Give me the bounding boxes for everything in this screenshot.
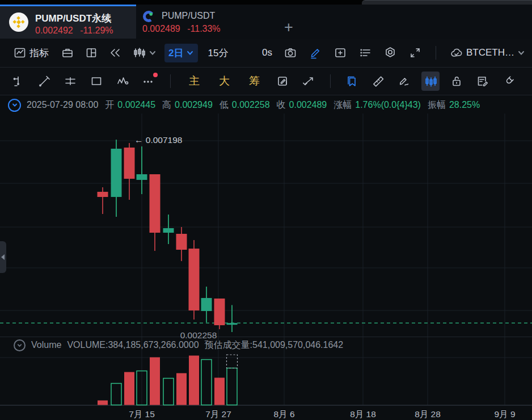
candle-style-button[interactable] bbox=[130, 43, 159, 62]
volume-estimate-value: 预估成交量:541,009,570,046.1642 bbox=[205, 339, 344, 351]
clipped-tool-button[interactable] bbox=[526, 72, 532, 91]
clipped-tool-icon bbox=[528, 74, 532, 88]
countdown-timer: 0s bbox=[260, 44, 275, 61]
svg-text:8月 6: 8月 6 bbox=[273, 409, 294, 419]
add-tab-button[interactable]: + bbox=[280, 19, 297, 36]
main-toolbar: 指标 2日 15分 0s BTCETH… bbox=[0, 39, 532, 68]
fullscreen-button[interactable] bbox=[406, 43, 424, 62]
wave-pattern-tool-button[interactable] bbox=[113, 72, 132, 91]
change-label: 涨幅 bbox=[333, 99, 352, 111]
big-data-button[interactable]: 大 bbox=[213, 71, 235, 91]
wave-pattern-icon bbox=[116, 74, 129, 88]
tab-title: PUMP/USDT永续 bbox=[35, 12, 111, 25]
interval-15m-button[interactable]: 15分 bbox=[204, 44, 232, 62]
camera-icon bbox=[284, 46, 297, 60]
tab-price: 0.002492 bbox=[35, 26, 73, 35]
svg-text:7月 15: 7月 15 bbox=[129, 409, 155, 419]
replay-rewind-icon bbox=[108, 46, 122, 60]
chevron-left-icon bbox=[1, 254, 5, 260]
parallel-lines-tool-button[interactable] bbox=[61, 72, 79, 91]
chips-button[interactable]: 筹 bbox=[243, 71, 265, 91]
layout-button[interactable] bbox=[82, 43, 100, 62]
tab-title: PUMP/USDT bbox=[162, 11, 215, 21]
sidebar-collapse-handle[interactable] bbox=[0, 241, 6, 273]
toolbox-icon bbox=[61, 46, 74, 60]
rectangle-tool-button[interactable] bbox=[87, 72, 105, 91]
measure-button[interactable] bbox=[369, 72, 387, 91]
ohlc-legend: 2025-07-29 08:00 开0.002445 高0.002949 低0.… bbox=[8, 98, 530, 112]
drawing-toolbar: 主 大 筹 bbox=[0, 68, 532, 95]
parallel-lines-icon bbox=[64, 74, 77, 88]
price-volume-chart[interactable]: ← 0.0071980.0022587月 157月 278月 68月 188月 … bbox=[0, 95, 532, 420]
trend-line-icon bbox=[37, 74, 51, 88]
collapse-legend-button[interactable] bbox=[8, 99, 21, 112]
chart-tab-bar: PUMP/USDT永续 0.002492 -11.29% PUMP/USDT 0… bbox=[0, 5, 532, 39]
note-edit-icon bbox=[476, 74, 489, 88]
more-tools-button[interactable] bbox=[140, 72, 158, 91]
notification-dot bbox=[153, 73, 158, 77]
trend-line-tool-button[interactable] bbox=[35, 72, 53, 91]
candle-mode-active-button[interactable] bbox=[421, 72, 440, 91]
drawing-list-button[interactable] bbox=[474, 72, 492, 91]
lock-drawings-button[interactable] bbox=[447, 72, 466, 91]
tab-price-change: 0.002492 -11.29% bbox=[35, 26, 113, 36]
volume-value: VOLUME:384,185,673,266.0000 bbox=[67, 340, 199, 350]
indicators-button[interactable]: 指标 bbox=[9, 43, 53, 62]
freehand-draw-button[interactable] bbox=[395, 72, 413, 91]
interval-15m-label: 15分 bbox=[208, 47, 228, 60]
gear-icon bbox=[383, 46, 397, 60]
interval-selected-button[interactable]: 2日 bbox=[164, 44, 198, 62]
chevron-down-icon bbox=[186, 49, 194, 57]
replay-button[interactable] bbox=[106, 43, 124, 62]
ruler-icon bbox=[371, 74, 385, 88]
open-value: 0.002445 bbox=[117, 100, 155, 110]
open-label: 开 bbox=[105, 99, 114, 111]
extend-line-button[interactable] bbox=[299, 72, 318, 91]
settings-button[interactable] bbox=[381, 43, 399, 62]
interval-selected-label: 2日 bbox=[168, 47, 183, 60]
draw-mode-button[interactable] bbox=[306, 43, 324, 62]
close-label: 收 bbox=[277, 99, 286, 111]
cross-line-icon bbox=[11, 74, 25, 88]
magnet-button[interactable] bbox=[500, 72, 518, 91]
binance-logo-icon bbox=[9, 12, 28, 32]
svg-text:9月 9: 9月 9 bbox=[494, 409, 515, 419]
low-label: 低 bbox=[219, 99, 229, 111]
divider bbox=[330, 74, 331, 88]
high-label: 高 bbox=[162, 99, 171, 111]
legend-datetime: 2025-07-29 08:00 bbox=[27, 100, 98, 110]
tab-pump-usdt-spot[interactable]: PUMP/USDT 0.002489 -11.33% bbox=[138, 5, 246, 39]
templates-button[interactable] bbox=[58, 43, 77, 62]
indicators-label: 指标 bbox=[29, 47, 49, 60]
coin-pie-icon bbox=[142, 10, 155, 25]
low-value: 0.002258 bbox=[232, 100, 270, 110]
edit-cycle-button[interactable] bbox=[273, 72, 292, 91]
tab-price-change: 0.002489 -11.33% bbox=[142, 24, 221, 34]
amplitude-label: 振幅 bbox=[428, 99, 446, 111]
volume-legend: Volume VOLUME:384,185,673,266.0000 预估成交量… bbox=[8, 338, 530, 352]
pencil-wave-icon bbox=[398, 74, 411, 88]
tab-pump-usdt-perp[interactable]: PUMP/USDT永续 0.002492 -11.29% bbox=[0, 5, 136, 39]
compare-symbol-button[interactable]: BTCETH… bbox=[447, 43, 527, 62]
cross-line-tool-button[interactable] bbox=[9, 72, 27, 91]
edit-cycle-icon bbox=[276, 74, 289, 88]
candlestick-style-icon bbox=[132, 46, 146, 60]
tab-change: -11.29% bbox=[80, 26, 113, 35]
chevron-down-icon bbox=[517, 49, 525, 57]
volume-name: Volume bbox=[31, 340, 61, 350]
bookmark-button[interactable] bbox=[343, 72, 361, 91]
rectangle-icon bbox=[90, 74, 103, 88]
background-window-edge bbox=[362, 0, 532, 5]
divider bbox=[436, 46, 436, 60]
pencil-icon bbox=[309, 46, 322, 60]
add-pane-button[interactable] bbox=[331, 43, 349, 62]
countdown-label: 0s bbox=[262, 47, 272, 58]
object-tree-button[interactable] bbox=[356, 43, 374, 62]
main-indicator-button[interactable]: 主 bbox=[183, 71, 205, 91]
high-value: 0.002949 bbox=[175, 100, 213, 110]
add-pane-icon bbox=[333, 46, 347, 60]
tab-change: -11.33% bbox=[187, 24, 220, 33]
svg-text:8月 18: 8月 18 bbox=[350, 409, 376, 419]
screenshot-button[interactable] bbox=[281, 43, 299, 62]
collapse-volume-button[interactable] bbox=[14, 339, 26, 351]
